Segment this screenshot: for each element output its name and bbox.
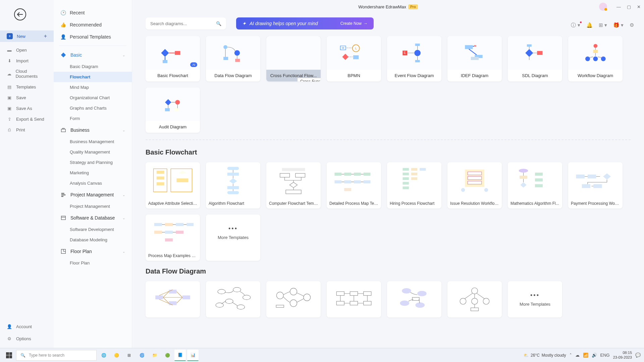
- tb-word[interactable]: 📘: [174, 350, 186, 361]
- help-icon[interactable]: ⓘ ▾: [571, 22, 580, 28]
- nav-sw-dev[interactable]: Software Development: [54, 224, 132, 235]
- nav-flowchart[interactable]: Flowchart: [54, 72, 132, 82]
- export-button[interactable]: ⇪Export & Send: [0, 114, 54, 124]
- cloud-documents-button[interactable]: ☁Cloud Documents: [0, 66, 54, 81]
- settings-icon[interactable]: ⚙: [630, 22, 634, 28]
- print-button[interactable]: ⎙Print: [0, 124, 54, 135]
- svg-rect-95: [582, 184, 590, 188]
- nav-personal-templates[interactable]: 👤Personal Templates: [54, 31, 132, 43]
- template-card[interactable]: [266, 281, 321, 317]
- template-card[interactable]: Mathematics Algorithm Fl...: [508, 162, 562, 208]
- type-data-flow[interactable]: Data Flow Diagram: [206, 36, 260, 81]
- app-title: Wondershare EdrawMax: [358, 4, 406, 9]
- nav-marketing[interactable]: Marketing: [54, 168, 132, 178]
- tray-chevron-icon[interactable]: ˄: [570, 353, 572, 358]
- start-button[interactable]: [3, 350, 15, 361]
- search-input[interactable]: [150, 21, 216, 26]
- folder-icon: ▬: [7, 47, 12, 53]
- search-icon[interactable]: 🔍: [216, 21, 221, 26]
- save-button[interactable]: ▣Save: [0, 92, 54, 103]
- taskbar-search[interactable]: 🔍Type here to search: [16, 350, 97, 361]
- nav-analysis[interactable]: Analysis Canvas: [54, 178, 132, 188]
- tb-cortana[interactable]: 🟡: [111, 350, 122, 361]
- action-center-icon[interactable]: 💬: [635, 353, 641, 358]
- cat-business[interactable]: Business⌄: [54, 124, 132, 136]
- new-button[interactable]: + New +: [0, 31, 54, 42]
- taskbar-weather[interactable]: ⛅ 26°C Mostly cloudy: [524, 353, 566, 358]
- tb-explorer[interactable]: 📁: [149, 350, 160, 361]
- type-sdl[interactable]: SDL Diagram: [508, 36, 562, 81]
- tray-wifi-icon[interactable]: 📶: [583, 353, 588, 358]
- apps-icon[interactable]: ⊞ ▾: [599, 22, 607, 28]
- template-card[interactable]: Payment Processing Workf...: [568, 162, 623, 208]
- type-workflow[interactable]: Workflow Diagram: [568, 36, 623, 81]
- template-card[interactable]: Detailed Process Map Tem...: [327, 162, 381, 208]
- cat-basic[interactable]: Basic⌄: [54, 49, 132, 61]
- nav-db-model[interactable]: Database Modeling: [54, 235, 132, 245]
- tb-globe[interactable]: 🌐: [98, 350, 109, 361]
- template-card[interactable]: [387, 281, 441, 317]
- nav-biz-mgmt[interactable]: Business Management: [54, 136, 132, 147]
- ai-cta[interactable]: Create Now→: [340, 21, 368, 26]
- nav-recommended[interactable]: 👍Recommended: [54, 19, 132, 31]
- type-idef[interactable]: IDEF Diagram: [447, 36, 502, 81]
- templates-button[interactable]: ▤Templates: [0, 81, 54, 92]
- template-card[interactable]: Algorithm Flowchart: [206, 162, 260, 208]
- tray-volume-icon[interactable]: 🔊: [592, 353, 597, 358]
- account-button[interactable]: 👤Account: [0, 320, 54, 333]
- nav-recent[interactable]: 🕑Recent: [54, 7, 132, 19]
- tb-taskview[interactable]: ⊞: [123, 350, 135, 361]
- tb-edrawmax[interactable]: 📊: [187, 350, 199, 361]
- template-card[interactable]: [146, 281, 200, 317]
- type-bpmn[interactable]: ✉L BPMN: [327, 36, 381, 81]
- bell-icon[interactable]: 🔔: [586, 22, 593, 28]
- avatar[interactable]: [599, 3, 607, 11]
- nav-graphs[interactable]: Graphs and Charts: [54, 103, 132, 113]
- template-card[interactable]: Computer Flowchart Temp...: [266, 162, 321, 208]
- tb-chrome[interactable]: 🟢: [162, 350, 173, 361]
- template-card[interactable]: [447, 281, 502, 317]
- back-button[interactable]: [14, 8, 26, 20]
- type-cross-functional[interactable]: Create New See templates Cross Functiona…: [266, 36, 321, 81]
- template-card[interactable]: Issue Resolution Workflow ...: [447, 162, 502, 208]
- nav-quality-mgmt[interactable]: Quality Management: [54, 147, 132, 157]
- tb-edge[interactable]: 🌀: [136, 350, 148, 361]
- type-audit[interactable]: Audit Diagram: [146, 87, 200, 133]
- svg-rect-72: [411, 168, 417, 171]
- template-card[interactable]: Process Map Examples Te...: [146, 215, 200, 261]
- tray-onedrive-icon[interactable]: ☁: [575, 353, 580, 358]
- saveas-button[interactable]: ▣Save As: [0, 103, 54, 114]
- close-button[interactable]: ✕: [637, 4, 641, 9]
- type-basic-flowchart[interactable]: AI Basic Flowchart: [146, 36, 200, 81]
- minimize-button[interactable]: —: [616, 4, 621, 9]
- nav-basic-diagram[interactable]: Basic Diagram: [54, 61, 132, 72]
- search-box[interactable]: 🔍: [146, 17, 226, 29]
- more-templates-card[interactable]: •••More Templates: [508, 281, 562, 317]
- nav-strategy[interactable]: Strategy and Planning: [54, 157, 132, 168]
- template-card[interactable]: [327, 281, 381, 317]
- add-icon[interactable]: +: [44, 33, 47, 39]
- nav-form[interactable]: Form: [54, 113, 132, 124]
- nav-pm-sub[interactable]: Project Management: [54, 201, 132, 212]
- nav-mindmap[interactable]: Mind Map: [54, 82, 132, 93]
- tray-lang-icon[interactable]: ENG: [600, 353, 610, 358]
- more-templates-card[interactable]: •••More Templates: [206, 215, 260, 261]
- section-title: Basic Flowchart: [146, 148, 631, 156]
- maximize-button[interactable]: ▢: [627, 4, 631, 9]
- cat-floor[interactable]: Floor Plan⌄: [54, 245, 132, 258]
- template-card[interactable]: Adaptive Attribute Selectio...: [146, 162, 200, 208]
- ai-banner[interactable]: ✦ AI drawing helps open your mind Create…: [236, 17, 374, 29]
- section-title: Data Flow Diagram: [146, 267, 631, 275]
- gift-icon[interactable]: 🎁 ▾: [613, 22, 624, 28]
- import-button[interactable]: ⬇Import: [0, 55, 54, 66]
- taskbar-clock[interactable]: 08:15 23-09-2023: [613, 351, 632, 359]
- template-card[interactable]: Hiring Process Flowchart: [387, 162, 441, 208]
- nav-org-chart[interactable]: Organizational Chart: [54, 93, 132, 103]
- cat-pm[interactable]: Project Management⌄: [54, 188, 132, 201]
- cat-software[interactable]: Software & Database⌄: [54, 212, 132, 224]
- template-card[interactable]: [206, 281, 260, 317]
- open-button[interactable]: ▬Open: [0, 45, 54, 55]
- options-button[interactable]: ⚙Options: [0, 333, 54, 345]
- type-event-flow[interactable]: E Event Flow Diagram: [387, 36, 441, 81]
- nav-floor-sub[interactable]: Floor Plan: [54, 258, 132, 268]
